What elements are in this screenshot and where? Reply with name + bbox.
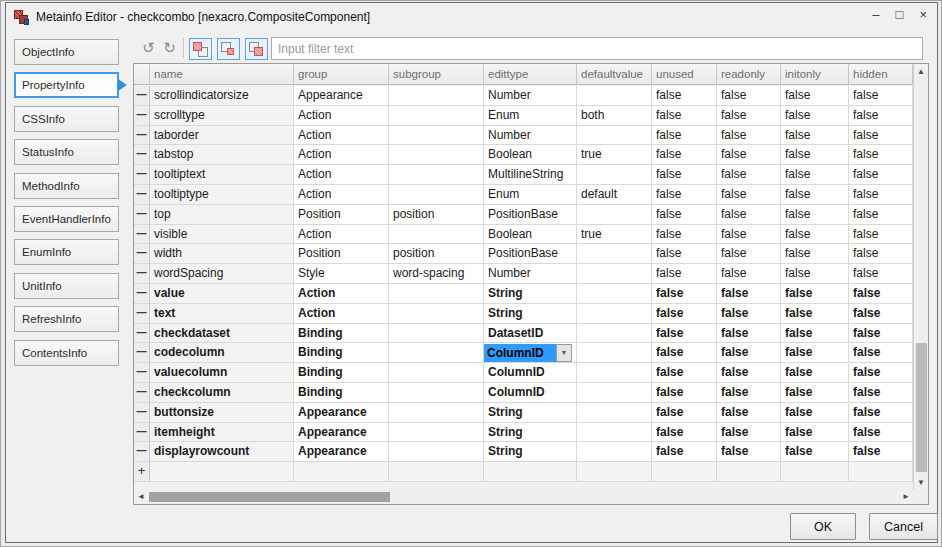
cell-initonly[interactable]: false	[781, 145, 849, 165]
cell-name[interactable]: valuecolumn	[150, 363, 294, 383]
empty-cell-defaultvalue[interactable]	[577, 462, 652, 482]
cell-readonly[interactable]: false	[717, 106, 781, 126]
row-selector[interactable]: —	[134, 343, 150, 363]
cell-initonly[interactable]: false	[781, 185, 849, 205]
cell-unused[interactable]: false	[652, 106, 717, 126]
cell-readonly[interactable]: false	[717, 284, 781, 304]
cell-unused[interactable]: false	[652, 442, 717, 462]
cell-edittype[interactable]: String	[484, 403, 577, 423]
close-button[interactable]: ×	[919, 8, 927, 22]
vertical-scrollbar-thumb[interactable]	[916, 343, 927, 472]
cell-edittype[interactable]: Number	[484, 126, 577, 146]
column-header-edittype[interactable]: edittype	[484, 64, 577, 85]
cell-edittype[interactable]: Number	[484, 264, 577, 284]
cell-initonly[interactable]: false	[781, 225, 849, 245]
cell-edittype[interactable]: Boolean	[484, 225, 577, 245]
cell-name[interactable]: scrolltype	[150, 106, 294, 126]
row-selector-header[interactable]	[134, 64, 150, 85]
cell-hidden[interactable]: false	[849, 284, 913, 304]
cell-group[interactable]: Action	[294, 304, 389, 324]
cell-defaultvalue[interactable]	[577, 126, 652, 146]
cell-edittype[interactable]: String	[484, 304, 577, 324]
cell-hidden[interactable]: false	[849, 205, 913, 225]
column-header-unused[interactable]: unused	[652, 64, 717, 85]
cell-edittype[interactable]: PositionBase	[484, 244, 577, 264]
row-selector[interactable]: —	[134, 145, 150, 165]
empty-cell-subgroup[interactable]	[389, 462, 484, 482]
sidebar-item-enuminfo[interactable]: EnumInfo	[14, 239, 119, 265]
row-selector[interactable]: —	[134, 205, 150, 225]
horizontal-scrollbar-thumb[interactable]	[149, 492, 390, 502]
cell-name[interactable]: value	[150, 284, 294, 304]
table-row-top[interactable]: —topPositionpositionPositionBasefalsefal…	[134, 205, 913, 225]
cell-initonly[interactable]: false	[781, 304, 849, 324]
cell-defaultvalue[interactable]: true	[577, 145, 652, 165]
cell-defaultvalue[interactable]	[577, 264, 652, 284]
cell-initonly[interactable]: false	[781, 205, 849, 225]
cell-defaultvalue[interactable]	[577, 363, 652, 383]
scroll-up-icon[interactable]: ▲	[914, 65, 928, 78]
cell-readonly[interactable]: false	[717, 383, 781, 403]
cell-hidden[interactable]: false	[849, 185, 913, 205]
cell-edittype[interactable]: DatasetID	[484, 324, 577, 344]
cell-defaultvalue[interactable]	[577, 403, 652, 423]
column-header-initonly[interactable]: initonly	[781, 64, 849, 85]
column-header-hidden[interactable]: hidden	[849, 64, 913, 85]
row-selector[interactable]: —	[134, 324, 150, 344]
empty-cell-group[interactable]	[294, 462, 389, 482]
cell-group[interactable]: Action	[294, 145, 389, 165]
cell-edittype[interactable]: Number	[484, 86, 577, 106]
row-selector[interactable]: —	[134, 304, 150, 324]
add-row-button[interactable]: +	[134, 462, 150, 482]
cell-unused[interactable]: false	[652, 264, 717, 284]
cell-defaultvalue[interactable]	[577, 423, 652, 443]
table-row-tooltiptext[interactable]: —tooltiptextActionMultilineStringfalsefa…	[134, 165, 913, 185]
cell-defaultvalue[interactable]	[577, 304, 652, 324]
cell-readonly[interactable]: false	[717, 126, 781, 146]
scroll-left-icon[interactable]: ◄	[134, 490, 148, 504]
cell-name[interactable]: top	[150, 205, 294, 225]
scroll-right-icon[interactable]: ►	[899, 490, 913, 504]
cell-hidden[interactable]: false	[849, 86, 913, 106]
table-row-wordSpacing[interactable]: —wordSpacingStyleword-spacingNumberfalse…	[134, 264, 913, 284]
cell-initonly[interactable]: false	[781, 284, 849, 304]
row-selector[interactable]: —	[134, 442, 150, 462]
cell-hidden[interactable]: false	[849, 126, 913, 146]
column-header-defaultvalue[interactable]: defaultvalue	[577, 64, 652, 85]
sidebar-item-refreshinfo[interactable]: RefreshInfo	[14, 306, 119, 332]
row-selector[interactable]: —	[134, 403, 150, 423]
cell-initonly[interactable]: false	[781, 383, 849, 403]
table-row-buttonsize[interactable]: —buttonsizeAppearanceStringfalsefalsefal…	[134, 403, 913, 423]
row-selector[interactable]: —	[134, 185, 150, 205]
cell-edittype[interactable]: ColumnID	[484, 383, 577, 403]
cell-unused[interactable]: false	[652, 126, 717, 146]
cell-name[interactable]: scrollindicatorsize	[150, 86, 294, 106]
cell-edittype[interactable]: Enum	[484, 106, 577, 126]
cell-initonly[interactable]: false	[781, 442, 849, 462]
cell-subgroup[interactable]	[389, 185, 484, 205]
cell-subgroup[interactable]	[389, 383, 484, 403]
cell-unused[interactable]: false	[652, 363, 717, 383]
cell-unused[interactable]: false	[652, 403, 717, 423]
cell-readonly[interactable]: false	[717, 442, 781, 462]
cell-unused[interactable]: false	[652, 324, 717, 344]
table-row-scrolltype[interactable]: —scrolltypeActionEnumbothfalsefalsefalse…	[134, 106, 913, 126]
cell-defaultvalue[interactable]	[577, 284, 652, 304]
minimize-button[interactable]: –	[872, 8, 879, 22]
cell-group[interactable]: Appearance	[294, 86, 389, 106]
cell-group[interactable]: Binding	[294, 363, 389, 383]
table-row-width[interactable]: —widthPositionpositionPositionBasefalsef…	[134, 244, 913, 264]
cell-name[interactable]: taborder	[150, 126, 294, 146]
cell-defaultvalue[interactable]	[577, 343, 652, 363]
cell-name[interactable]: buttonsize	[150, 403, 294, 423]
cell-subgroup[interactable]	[389, 442, 484, 462]
cell-hidden[interactable]: false	[849, 264, 913, 284]
cell-readonly[interactable]: false	[717, 145, 781, 165]
cell-group[interactable]: Position	[294, 244, 389, 264]
cell-group[interactable]: Binding	[294, 383, 389, 403]
table-row-tabstop[interactable]: —tabstopActionBooleantruefalsefalsefalse…	[134, 145, 913, 165]
cell-defaultvalue[interactable]: true	[577, 225, 652, 245]
cell-unused[interactable]: false	[652, 165, 717, 185]
cell-group[interactable]: Binding	[294, 343, 389, 363]
filter-toggle-button-1[interactable]	[189, 38, 212, 60]
